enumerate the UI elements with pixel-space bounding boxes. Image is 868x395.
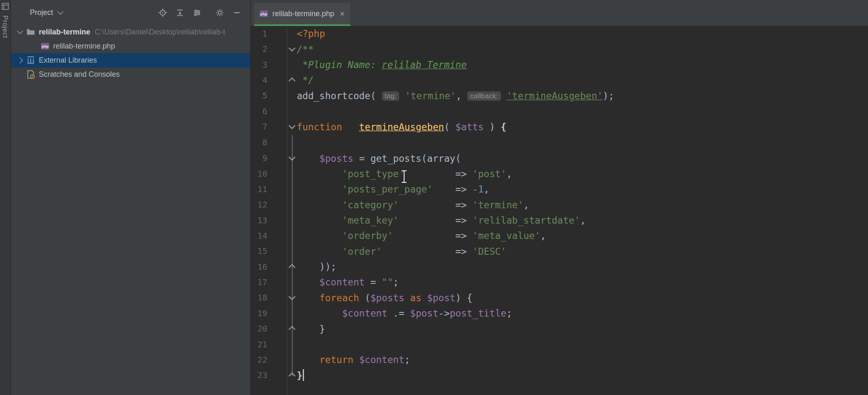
line-number[interactable]: 5 [251,88,267,103]
locate-icon[interactable] [158,8,167,17]
gutter-fold-column [267,306,297,321]
line-number[interactable]: 4 [251,73,267,88]
gutter-fold-column [267,166,297,181]
fold-end-icon[interactable] [288,264,295,271]
tree-item-label: Scratches and Consoles [39,70,119,78]
code-line: 15 'order' => 'DESC' [251,244,868,259]
tab-relilab-termine-php[interactable]: php relilab-termine.php × [254,3,350,26]
code-line: 22 return $content; [251,352,868,368]
code-text[interactable]: 'order' => 'DESC' [297,244,506,259]
code-line: 8 [251,135,868,150]
line-number[interactable]: 16 [251,259,267,274]
code-text[interactable]: foreach ($posts as $post) { [297,290,472,305]
php-file-icon: php [259,9,268,18]
tool-stripe-project-label[interactable]: Project [1,15,9,38]
code-text[interactable]: } [297,321,325,336]
line-number[interactable]: 7 [251,119,267,134]
library-icon [25,55,35,65]
fold-start-icon[interactable] [288,122,295,129]
close-icon[interactable]: × [340,10,345,18]
line-number[interactable]: 3 [251,57,267,73]
gutter-fold-column [267,244,297,259]
code-text[interactable]: 'orderby' => 'meta_value', [297,228,546,243]
svg-text:php: php [260,12,267,16]
line-number[interactable]: 19 [251,306,267,321]
gutter-fold-column [267,88,297,103]
code-line: 5add_shortcode( tag: 'termine', callback… [251,88,868,103]
code-text[interactable]: function termineAusgeben( $atts ) { [297,119,506,134]
fold-end-icon[interactable] [288,77,295,84]
line-number[interactable]: 9 [251,150,267,166]
chevron-down-icon[interactable] [15,31,26,34]
code-line: 11 'posts_per_page' => -1, [251,181,868,197]
code-text[interactable]: /** [297,41,314,57]
tab-label: relilab-termine.php [272,10,334,18]
chevron-right-icon[interactable] [15,58,26,63]
code-line: 20 } [251,321,868,336]
panel-toolbar-icons [158,8,250,17]
code-text[interactable]: return $content; [297,352,410,368]
settings-sliders-icon[interactable] [193,8,201,17]
fold-start-icon[interactable] [288,293,295,300]
tree-item-scratches-and-consoles[interactable]: Scratches and Consoles [11,67,250,81]
code-text[interactable]: 'posts_per_page' => -1, [297,181,489,197]
line-number[interactable]: 18 [251,290,267,305]
line-number[interactable]: 2 [251,41,267,57]
code-text[interactable]: $content .= $post->post_title; [297,306,512,321]
fold-end-icon[interactable] [288,373,295,380]
line-number[interactable]: 14 [251,228,267,243]
code-text[interactable]: $posts = get_posts(array( [297,150,461,166]
code-text[interactable]: 'post_type' => 'post', [297,166,512,181]
project-tree: relilab-termineC:\Users\Daniel\Desktop\r… [11,25,250,395]
line-number[interactable]: 8 [251,135,267,150]
code-text[interactable]: *Plugin Name: relilab Termine [297,57,467,73]
code-line: 7function termineAusgeben( $atts ) { [251,119,868,134]
code-text[interactable]: 'category' => 'termine', [297,197,529,212]
line-number[interactable]: 23 [251,368,267,383]
scratch-icon [25,69,35,79]
tree-item-relilab-termine-php[interactable]: phprelilab-termine.php [11,39,250,53]
tool-window-layout-icon[interactable] [2,2,9,12]
project-panel-header: Project [11,0,250,25]
line-number[interactable]: 6 [251,104,267,119]
code-text[interactable]: )); [297,259,336,274]
code-text[interactable]: 'meta_key' => 'relilab_startdate', [297,212,585,228]
code-line: 14 'orderby' => 'meta_value', [251,228,868,243]
line-number[interactable]: 11 [251,181,267,197]
collapse-all-icon[interactable] [176,8,184,17]
line-number[interactable]: 17 [251,275,267,290]
code-text[interactable]: add_shortcode( tag: 'termine', callback:… [297,88,614,103]
code-line: 23} [251,368,868,383]
line-number[interactable]: 10 [251,166,267,181]
project-view-dropdown[interactable]: Project [30,8,63,17]
gear-icon[interactable] [215,8,224,17]
gutter-fold-column [267,259,297,274]
text-caret [303,369,304,381]
fold-end-icon[interactable] [288,326,295,333]
code-editor[interactable]: 1<?php2/**3 *Plugin Name: relilab Termin… [251,26,868,395]
line-number[interactable]: 15 [251,244,267,259]
line-number[interactable]: 1 [251,26,267,41]
line-number[interactable]: 12 [251,197,267,212]
code-text[interactable]: } [297,368,304,383]
hide-panel-icon[interactable] [232,8,241,17]
editor-tab-bar: php relilab-termine.php × [251,0,868,26]
code-text[interactable]: $content = ""; [297,275,399,290]
code-line: 1<?php [251,26,868,41]
tree-item-relilab-termine[interactable]: relilab-termineC:\Users\Daniel\Desktop\r… [11,25,250,39]
gutter-fold-column [267,368,297,383]
line-number[interactable]: 22 [251,352,267,368]
gutter-fold-column [267,181,297,197]
fold-start-icon[interactable] [288,45,295,52]
chevron-down-icon [57,8,63,15]
line-number[interactable]: 20 [251,321,267,336]
line-number[interactable]: 21 [251,337,267,352]
line-number[interactable]: 13 [251,212,267,228]
tree-item-external-libraries[interactable]: External Libraries [11,53,250,67]
tool-window-stripe: Project [0,0,11,395]
code-text[interactable]: */ [297,73,314,88]
code-text[interactable]: <?php [297,26,325,41]
code-line: 19 $content .= $post->post_title; [251,306,868,321]
fold-start-icon[interactable] [288,154,295,161]
gutter-fold-column [267,41,297,57]
